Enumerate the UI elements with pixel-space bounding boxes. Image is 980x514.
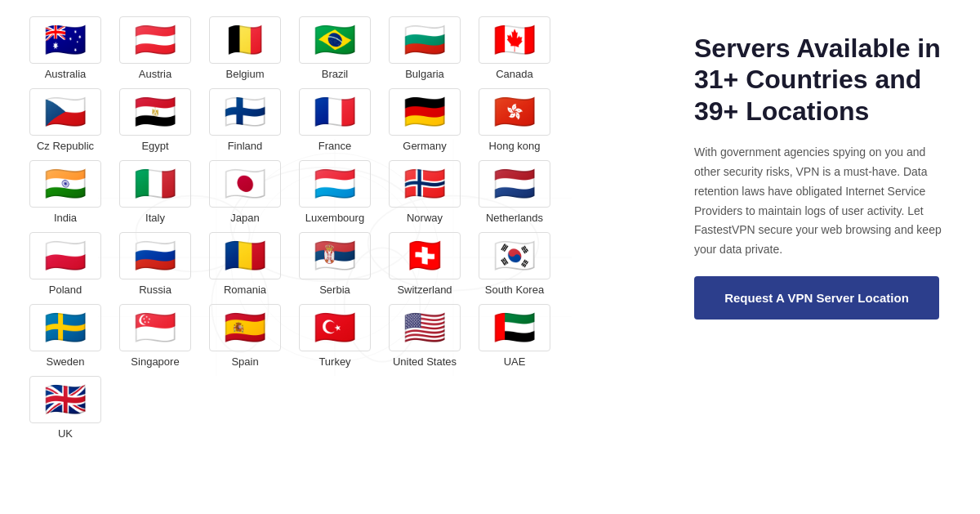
- flag-emoji-luxembourg: 🇱🇺: [299, 160, 371, 208]
- flag-item-romania[interactable]: 🇷🇴Romania: [204, 232, 286, 296]
- flag-emoji-austria: 🇦🇹: [119, 16, 191, 64]
- flag-label-turkey: Turkey: [318, 355, 350, 368]
- flag-item-finland[interactable]: 🇫🇮Finland: [204, 88, 286, 152]
- left-panel: 🇦🇺Australia🇦🇹Austria🇧🇪Belgium🇧🇷Brazil🇧🇬B…: [0, 0, 670, 514]
- flag-emoji-spain: 🇪🇸: [209, 304, 281, 351]
- flag-emoji-uk: 🇬🇧: [29, 376, 101, 423]
- flag-label-finland: Finland: [228, 140, 263, 152]
- right-panel: Servers Available in 31+ Countries and 3…: [670, 0, 980, 514]
- request-server-button[interactable]: Request A VPN Server Location: [694, 276, 939, 320]
- flag-label-russia: Russia: [139, 284, 172, 296]
- flag-emoji-singapore: 🇸🇬: [119, 304, 191, 351]
- flag-emoji-united-states: 🇺🇸: [389, 304, 461, 351]
- flag-item-austria[interactable]: 🇦🇹Austria: [114, 16, 196, 80]
- flag-emoji-cz-republic: 🇨🇿: [29, 88, 101, 136]
- flag-emoji-south-korea: 🇰🇷: [479, 232, 550, 279]
- flag-label-france: France: [318, 140, 351, 152]
- flag-label-united-states: United States: [393, 355, 457, 368]
- flag-item-hong-kong[interactable]: 🇭🇰Hong kong: [474, 88, 555, 152]
- flag-item-uae[interactable]: 🇦🇪UAE: [474, 304, 555, 368]
- flag-label-serbia: Serbia: [319, 284, 350, 296]
- flag-label-austria: Austria: [139, 68, 172, 80]
- flag-item-netherlands[interactable]: 🇳🇱Netherlands: [474, 160, 555, 224]
- flag-item-turkey[interactable]: 🇹🇷Turkey: [294, 304, 376, 368]
- flag-label-poland: Poland: [49, 284, 82, 296]
- flag-emoji-australia: 🇦🇺: [29, 16, 101, 64]
- flag-item-russia[interactable]: 🇷🇺Russia: [114, 232, 196, 296]
- flag-label-germany: Germany: [403, 140, 446, 152]
- flag-label-italy: Italy: [145, 212, 165, 224]
- flag-label-hong-kong: Hong kong: [489, 140, 541, 152]
- flag-item-uk[interactable]: 🇬🇧UK: [24, 376, 106, 440]
- flag-item-south-korea[interactable]: 🇰🇷South Korea: [474, 232, 555, 296]
- flag-label-cz-republic: Cz Republic: [37, 140, 94, 152]
- flag-label-luxembourg: Luxembourg: [305, 212, 364, 224]
- flag-item-japan[interactable]: 🇯🇵Japan: [204, 160, 286, 224]
- flag-emoji-belgium: 🇧🇪: [209, 16, 281, 64]
- flag-item-egypt[interactable]: 🇪🇬Egypt: [114, 88, 196, 152]
- flag-emoji-finland: 🇫🇮: [209, 88, 281, 136]
- flag-item-brazil[interactable]: 🇧🇷Brazil: [294, 16, 376, 80]
- flag-emoji-turkey: 🇹🇷: [299, 304, 371, 351]
- page-heading: Servers Available in 31+ Countries and 3…: [694, 33, 947, 127]
- flag-item-singapore[interactable]: 🇸🇬Singapore: [114, 304, 196, 368]
- flag-emoji-netherlands: 🇳🇱: [479, 160, 550, 208]
- flag-label-netherlands: Netherlands: [486, 212, 543, 224]
- flag-item-norway[interactable]: 🇳🇴Norway: [384, 160, 466, 224]
- flag-item-canada[interactable]: 🇨🇦Canada: [474, 16, 555, 80]
- flag-emoji-brazil: 🇧🇷: [299, 16, 371, 64]
- flag-item-cz-republic[interactable]: 🇨🇿Cz Republic: [24, 88, 106, 152]
- flag-item-india[interactable]: 🇮🇳India: [24, 160, 106, 224]
- flag-label-japan: Japan: [230, 212, 259, 224]
- flag-label-canada: Canada: [496, 68, 533, 80]
- flags-grid: 🇦🇺Australia🇦🇹Austria🇧🇪Belgium🇧🇷Brazil🇧🇬B…: [24, 16, 653, 440]
- flag-label-egypt: Egypt: [141, 140, 168, 152]
- flag-label-sweden: Sweden: [47, 355, 85, 368]
- flag-emoji-canada: 🇨🇦: [479, 16, 550, 64]
- flag-label-south-korea: South Korea: [485, 284, 544, 296]
- flag-label-brazil: Brazil: [322, 68, 349, 80]
- flag-label-romania: Romania: [224, 284, 266, 296]
- flag-emoji-sweden: 🇸🇪: [29, 304, 101, 351]
- flag-emoji-hong-kong: 🇭🇰: [479, 88, 550, 136]
- flag-label-singapore: Singapore: [131, 355, 179, 368]
- flag-emoji-poland: 🇵🇱: [29, 232, 101, 279]
- flag-item-serbia[interactable]: 🇷🇸Serbia: [294, 232, 376, 296]
- flag-emoji-switzerland: 🇨🇭: [389, 232, 461, 279]
- flag-emoji-italy: 🇮🇹: [119, 160, 191, 208]
- flag-emoji-serbia: 🇷🇸: [299, 232, 371, 279]
- flag-emoji-france: 🇫🇷: [299, 88, 371, 136]
- flag-label-australia: Australia: [45, 68, 87, 80]
- flag-label-spain: Spain: [231, 355, 258, 368]
- flag-item-poland[interactable]: 🇵🇱Poland: [24, 232, 106, 296]
- flag-item-spain[interactable]: 🇪🇸Spain: [204, 304, 286, 368]
- flag-emoji-norway: 🇳🇴: [389, 160, 461, 208]
- flag-emoji-india: 🇮🇳: [29, 160, 101, 208]
- flag-emoji-uae: 🇦🇪: [479, 304, 550, 351]
- flag-emoji-bulgaria: 🇧🇬: [389, 16, 461, 64]
- flag-label-switzerland: Switzerland: [397, 284, 452, 296]
- flag-label-belgium: Belgium: [226, 68, 265, 80]
- flag-item-australia[interactable]: 🇦🇺Australia: [24, 16, 106, 80]
- flag-item-italy[interactable]: 🇮🇹Italy: [114, 160, 196, 224]
- flag-emoji-germany: 🇩🇪: [389, 88, 461, 136]
- flag-emoji-egypt: 🇪🇬: [119, 88, 191, 136]
- flag-item-sweden[interactable]: 🇸🇪Sweden: [24, 304, 106, 368]
- flag-label-bulgaria: Bulgaria: [405, 68, 444, 80]
- flag-item-bulgaria[interactable]: 🇧🇬Bulgaria: [384, 16, 466, 80]
- flag-emoji-japan: 🇯🇵: [209, 160, 281, 208]
- flag-item-france[interactable]: 🇫🇷France: [294, 88, 376, 152]
- flag-item-switzerland[interactable]: 🇨🇭Switzerland: [384, 232, 466, 296]
- flag-label-uae: UAE: [504, 355, 526, 368]
- flag-item-belgium[interactable]: 🇧🇪Belgium: [204, 16, 286, 80]
- flag-label-india: India: [54, 212, 77, 224]
- flag-emoji-russia: 🇷🇺: [119, 232, 191, 279]
- flag-item-germany[interactable]: 🇩🇪Germany: [384, 88, 466, 152]
- flag-emoji-romania: 🇷🇴: [209, 232, 281, 279]
- flag-label-norway: Norway: [407, 212, 443, 224]
- flag-item-luxembourg[interactable]: 🇱🇺Luxembourg: [294, 160, 376, 224]
- flag-item-united-states[interactable]: 🇺🇸United States: [384, 304, 466, 368]
- page-description: With government agencies spying on you a…: [694, 143, 947, 260]
- flag-label-uk: UK: [58, 427, 73, 440]
